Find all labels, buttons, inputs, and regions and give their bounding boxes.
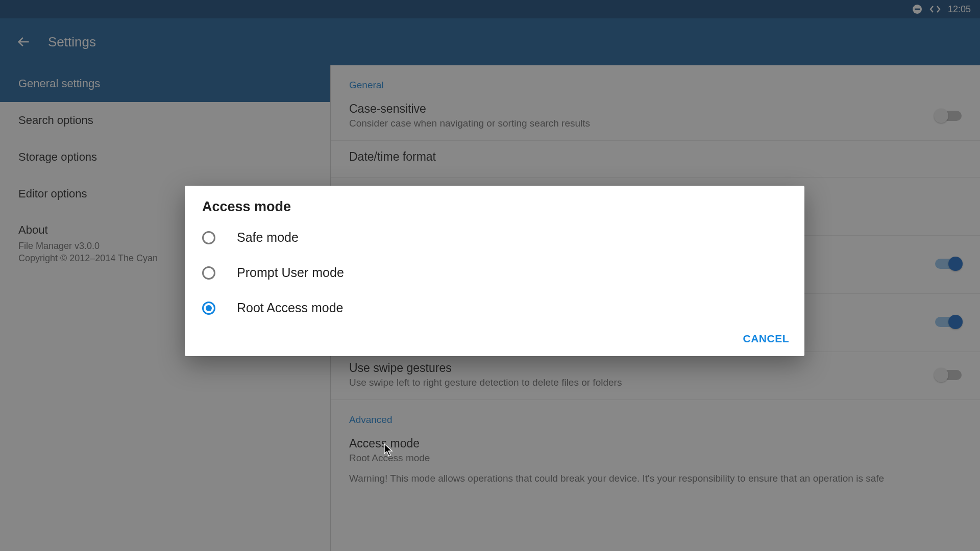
dialog-actions: CANCEL <box>185 325 804 351</box>
dialog-title: Access mode <box>185 199 804 220</box>
radio-option-safe[interactable]: Safe mode <box>185 220 804 255</box>
radio-label: Root Access mode <box>237 300 343 315</box>
radio-icon <box>202 231 215 244</box>
radio-icon <box>202 266 215 280</box>
radio-label: Safe mode <box>237 230 299 245</box>
radio-icon <box>202 302 215 315</box>
radio-option-root[interactable]: Root Access mode <box>185 290 804 325</box>
radio-option-prompt[interactable]: Prompt User mode <box>185 255 804 290</box>
access-mode-dialog: Access mode Safe mode Prompt User mode R… <box>185 186 804 356</box>
radio-label: Prompt User mode <box>237 265 344 280</box>
cancel-button[interactable]: CANCEL <box>743 333 790 345</box>
